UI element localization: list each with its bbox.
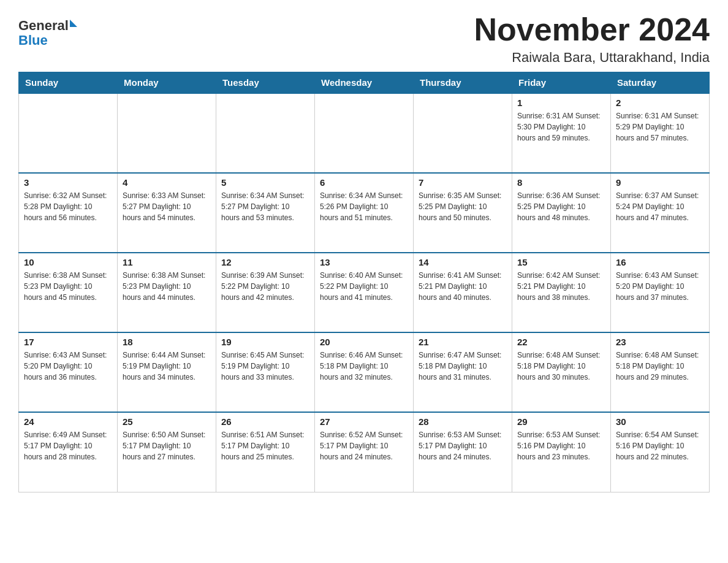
calendar-cell: 25Sunrise: 6:50 AM Sunset: 5:17 PM Dayli… xyxy=(118,412,216,492)
day-number: 28 xyxy=(419,416,507,427)
calendar-cell: 17Sunrise: 6:43 AM Sunset: 5:20 PM Dayli… xyxy=(19,332,118,412)
calendar-cell: 16Sunrise: 6:43 AM Sunset: 5:20 PM Dayli… xyxy=(611,253,710,332)
day-info: Sunrise: 6:43 AM Sunset: 5:20 PM Dayligh… xyxy=(24,350,112,383)
calendar-cell: 4Sunrise: 6:33 AM Sunset: 5:27 PM Daylig… xyxy=(118,173,216,253)
calendar-cell: 3Sunrise: 6:32 AM Sunset: 5:28 PM Daylig… xyxy=(19,173,118,253)
header-thursday: Thursday xyxy=(414,72,512,94)
day-info: Sunrise: 6:48 AM Sunset: 5:18 PM Dayligh… xyxy=(517,350,605,383)
week-row-2: 3Sunrise: 6:32 AM Sunset: 5:28 PM Daylig… xyxy=(19,173,710,253)
day-number: 10 xyxy=(24,257,112,267)
logo-blue: Blue xyxy=(18,33,48,48)
day-number: 22 xyxy=(517,337,605,347)
day-number: 6 xyxy=(320,177,408,188)
page-header: General Blue November 2024 Raiwala Bara,… xyxy=(18,12,710,66)
day-number: 4 xyxy=(123,177,211,188)
calendar-cell: 10Sunrise: 6:38 AM Sunset: 5:23 PM Dayli… xyxy=(19,253,118,332)
calendar-cell xyxy=(315,93,414,173)
location-title: Raiwala Bara, Uttarakhand, India xyxy=(474,50,710,66)
day-info: Sunrise: 6:31 AM Sunset: 5:30 PM Dayligh… xyxy=(517,110,605,144)
day-info: Sunrise: 6:33 AM Sunset: 5:27 PM Dayligh… xyxy=(123,190,211,223)
calendar-cell: 18Sunrise: 6:44 AM Sunset: 5:19 PM Dayli… xyxy=(118,332,216,412)
calendar-cell: 9Sunrise: 6:37 AM Sunset: 5:24 PM Daylig… xyxy=(611,173,710,253)
day-number: 16 xyxy=(616,257,704,267)
day-number: 7 xyxy=(419,177,507,188)
calendar-cell: 24Sunrise: 6:49 AM Sunset: 5:17 PM Dayli… xyxy=(19,412,118,492)
calendar-cell: 15Sunrise: 6:42 AM Sunset: 5:21 PM Dayli… xyxy=(512,253,611,332)
day-info: Sunrise: 6:45 AM Sunset: 5:19 PM Dayligh… xyxy=(221,350,309,383)
day-number: 25 xyxy=(123,416,211,427)
day-info: Sunrise: 6:34 AM Sunset: 5:26 PM Dayligh… xyxy=(320,190,408,223)
day-info: Sunrise: 6:32 AM Sunset: 5:28 PM Dayligh… xyxy=(24,190,112,223)
day-number: 11 xyxy=(123,257,211,267)
logo-general: General xyxy=(18,18,69,33)
day-info: Sunrise: 6:34 AM Sunset: 5:27 PM Dayligh… xyxy=(221,190,309,223)
month-title: November 2024 xyxy=(474,12,710,47)
calendar-cell: 5Sunrise: 6:34 AM Sunset: 5:27 PM Daylig… xyxy=(216,173,315,253)
calendar-cell: 22Sunrise: 6:48 AM Sunset: 5:18 PM Dayli… xyxy=(512,332,611,412)
day-number: 15 xyxy=(517,257,605,267)
logo: General Blue xyxy=(18,12,77,48)
header-saturday: Saturday xyxy=(611,72,710,94)
day-number: 27 xyxy=(320,416,408,427)
day-info: Sunrise: 6:52 AM Sunset: 5:17 PM Dayligh… xyxy=(320,429,408,462)
day-number: 9 xyxy=(616,177,704,188)
day-info: Sunrise: 6:39 AM Sunset: 5:22 PM Dayligh… xyxy=(221,270,309,303)
day-info: Sunrise: 6:47 AM Sunset: 5:18 PM Dayligh… xyxy=(419,350,507,383)
day-info: Sunrise: 6:54 AM Sunset: 5:16 PM Dayligh… xyxy=(616,429,704,462)
calendar-cell: 1Sunrise: 6:31 AM Sunset: 5:30 PM Daylig… xyxy=(512,93,611,173)
day-info: Sunrise: 6:43 AM Sunset: 5:20 PM Dayligh… xyxy=(616,270,704,303)
day-info: Sunrise: 6:46 AM Sunset: 5:18 PM Dayligh… xyxy=(320,350,408,383)
header-monday: Monday xyxy=(118,72,216,94)
calendar-cell: 20Sunrise: 6:46 AM Sunset: 5:18 PM Dayli… xyxy=(315,332,414,412)
day-info: Sunrise: 6:31 AM Sunset: 5:29 PM Dayligh… xyxy=(616,110,704,144)
calendar-header-row: SundayMondayTuesdayWednesdayThursdayFrid… xyxy=(19,72,710,94)
day-info: Sunrise: 6:44 AM Sunset: 5:19 PM Dayligh… xyxy=(123,350,211,383)
day-info: Sunrise: 6:42 AM Sunset: 5:21 PM Dayligh… xyxy=(517,270,605,303)
calendar-cell xyxy=(216,93,315,173)
week-row-5: 24Sunrise: 6:49 AM Sunset: 5:17 PM Dayli… xyxy=(19,412,710,492)
calendar-cell: 12Sunrise: 6:39 AM Sunset: 5:22 PM Dayli… xyxy=(216,253,315,332)
day-number: 5 xyxy=(221,177,309,188)
day-number: 13 xyxy=(320,257,408,267)
day-info: Sunrise: 6:40 AM Sunset: 5:22 PM Dayligh… xyxy=(320,270,408,303)
calendar-cell xyxy=(19,93,118,173)
calendar-cell: 30Sunrise: 6:54 AM Sunset: 5:16 PM Dayli… xyxy=(611,412,710,492)
day-number: 12 xyxy=(221,257,309,267)
day-number: 17 xyxy=(24,337,112,347)
week-row-1: 1Sunrise: 6:31 AM Sunset: 5:30 PM Daylig… xyxy=(19,93,710,173)
calendar-cell: 13Sunrise: 6:40 AM Sunset: 5:22 PM Dayli… xyxy=(315,253,414,332)
day-number: 29 xyxy=(517,416,605,427)
day-number: 3 xyxy=(24,177,112,188)
calendar-table: SundayMondayTuesdayWednesdayThursdayFrid… xyxy=(18,72,710,492)
day-info: Sunrise: 6:51 AM Sunset: 5:17 PM Dayligh… xyxy=(221,429,309,462)
day-number: 14 xyxy=(419,257,507,267)
day-info: Sunrise: 6:38 AM Sunset: 5:23 PM Dayligh… xyxy=(123,270,211,303)
day-number: 20 xyxy=(320,337,408,347)
calendar-cell: 28Sunrise: 6:53 AM Sunset: 5:17 PM Dayli… xyxy=(414,412,512,492)
day-number: 1 xyxy=(517,98,605,108)
day-number: 21 xyxy=(419,337,507,347)
day-number: 2 xyxy=(616,98,704,108)
title-area: November 2024 Raiwala Bara, Uttarakhand,… xyxy=(474,12,710,66)
calendar-cell: 19Sunrise: 6:45 AM Sunset: 5:19 PM Dayli… xyxy=(216,332,315,412)
header-tuesday: Tuesday xyxy=(216,72,315,94)
day-number: 19 xyxy=(221,337,309,347)
day-number: 26 xyxy=(221,416,309,427)
calendar-cell: 6Sunrise: 6:34 AM Sunset: 5:26 PM Daylig… xyxy=(315,173,414,253)
header-friday: Friday xyxy=(512,72,611,94)
week-row-3: 10Sunrise: 6:38 AM Sunset: 5:23 PM Dayli… xyxy=(19,253,710,332)
day-number: 24 xyxy=(24,416,112,427)
day-info: Sunrise: 6:53 AM Sunset: 5:16 PM Dayligh… xyxy=(517,429,605,462)
calendar-cell: 7Sunrise: 6:35 AM Sunset: 5:25 PM Daylig… xyxy=(414,173,512,253)
calendar-cell xyxy=(414,93,512,173)
day-number: 23 xyxy=(616,337,704,347)
day-info: Sunrise: 6:53 AM Sunset: 5:17 PM Dayligh… xyxy=(419,429,507,462)
day-info: Sunrise: 6:35 AM Sunset: 5:25 PM Dayligh… xyxy=(419,190,507,223)
calendar-cell: 2Sunrise: 6:31 AM Sunset: 5:29 PM Daylig… xyxy=(611,93,710,173)
calendar-cell: 23Sunrise: 6:48 AM Sunset: 5:18 PM Dayli… xyxy=(611,332,710,412)
day-info: Sunrise: 6:36 AM Sunset: 5:25 PM Dayligh… xyxy=(517,190,605,223)
day-info: Sunrise: 6:38 AM Sunset: 5:23 PM Dayligh… xyxy=(24,270,112,303)
day-info: Sunrise: 6:41 AM Sunset: 5:21 PM Dayligh… xyxy=(419,270,507,303)
day-info: Sunrise: 6:37 AM Sunset: 5:24 PM Dayligh… xyxy=(616,190,704,223)
calendar-cell: 14Sunrise: 6:41 AM Sunset: 5:21 PM Dayli… xyxy=(414,253,512,332)
